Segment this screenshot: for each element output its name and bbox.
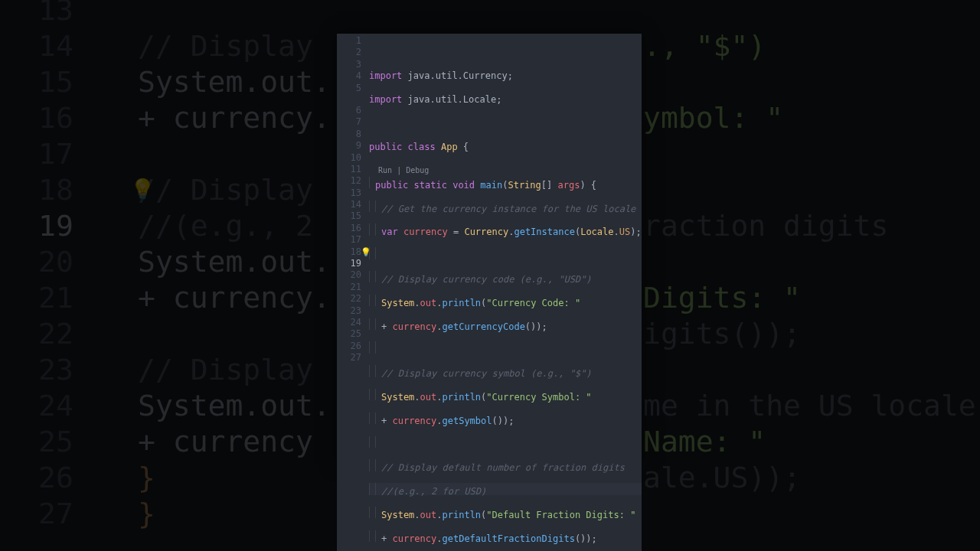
codelens[interactable]: Run | Debug [369, 166, 429, 174]
line-number-gutter: 1234567891011121314151617181920212223242… [337, 34, 369, 551]
code-editor[interactable]: 💡 12345678910111213141516171819202122232… [337, 34, 642, 551]
code-content[interactable]: import java.util.Currency; import java.u… [369, 34, 642, 551]
bg-line-numbers: 131415161718192021222324252627 [38, 0, 74, 532]
editor-panel: 💡 12345678910111213141516171819202122232… [337, 34, 642, 464]
keyword: import [369, 70, 402, 81]
lightbulb-icon: 💡 [130, 171, 155, 207]
bg-code-lines: // Display ., "$")System.out.+ currency.… [138, 0, 331, 532]
